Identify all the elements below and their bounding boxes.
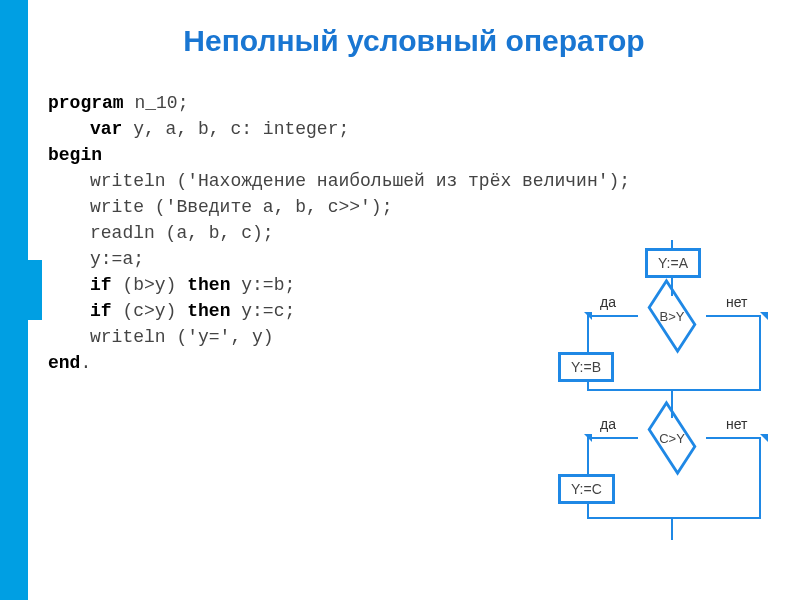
flow-diamond-cy: C>Y — [638, 418, 706, 458]
flow-diamond-by: B>Y — [638, 296, 706, 336]
svg-marker-6 — [760, 434, 768, 442]
flow-box-yc: Y:=C — [558, 474, 615, 504]
code-text: n_10; — [124, 93, 189, 113]
flow-cond-label: B>Y — [660, 309, 685, 324]
flow-label-no: нет — [726, 416, 747, 432]
code-text: y:=b; — [230, 275, 295, 295]
code-line: writeln ('Нахождение наибольшей из трёх … — [90, 168, 630, 194]
code-text: (b>y) — [112, 275, 188, 295]
flow-label-yes: да — [600, 294, 616, 310]
left-accent-bar-inner — [14, 260, 42, 320]
flow-box-yb: Y:=B — [558, 352, 614, 382]
keyword-program: program — [48, 93, 124, 113]
slide-title: Неполный условный оператор — [40, 24, 788, 58]
keyword-end: end — [48, 353, 80, 373]
code-text: (c>y) — [112, 301, 188, 321]
code-text: y, a, b, c: integer; — [122, 119, 349, 139]
flow-label-yes: да — [600, 416, 616, 432]
keyword-var: var — [90, 119, 122, 139]
flowchart: Y:=A B>Y да нет Y:=B C>Y да нет Y:=C — [500, 240, 780, 580]
code-line: var y, a, b, c: integer; — [90, 116, 630, 142]
svg-marker-5 — [584, 434, 592, 442]
keyword-then: then — [187, 301, 230, 321]
keyword-begin: begin — [48, 145, 102, 165]
keyword-if: if — [90, 301, 112, 321]
flow-box-ya: Y:=A — [645, 248, 701, 278]
flow-cond-label: C>Y — [659, 431, 685, 446]
code-text: y:=c; — [230, 301, 295, 321]
code-text: . — [80, 353, 91, 373]
keyword-if: if — [90, 275, 112, 295]
flow-label-no: нет — [726, 294, 747, 310]
code-line: write ('Введите a, b, c>>'); — [90, 194, 630, 220]
svg-marker-3 — [760, 312, 768, 320]
keyword-then: then — [187, 275, 230, 295]
code-line: program n_10; — [48, 90, 630, 116]
code-line: begin — [48, 142, 630, 168]
flowchart-lines — [500, 240, 780, 580]
svg-marker-2 — [584, 312, 592, 320]
